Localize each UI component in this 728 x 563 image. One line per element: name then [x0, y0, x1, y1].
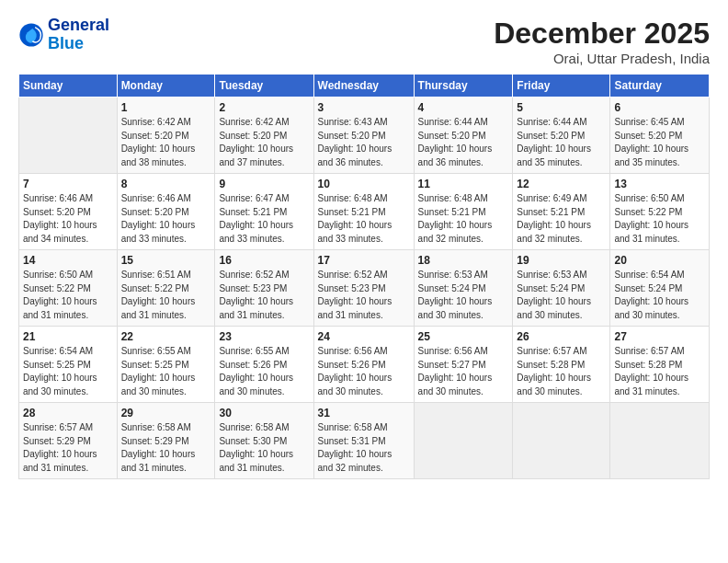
calendar-week-1: 1 Sunrise: 6:42 AM Sunset: 5:20 PM Dayli… [19, 98, 710, 174]
daylight-label: Daylight: 10 hours and 33 minutes. [318, 220, 392, 244]
calendar-week-4: 21 Sunrise: 6:54 AM Sunset: 5:25 PM Dayl… [19, 327, 710, 403]
sunrise-label: Sunrise: 6:44 AM [517, 117, 586, 127]
sunrise-label: Sunrise: 6:55 AM [121, 346, 191, 356]
calendar-cell: 5 Sunrise: 6:44 AM Sunset: 5:20 PM Dayli… [513, 98, 610, 174]
calendar-cell: 3 Sunrise: 6:43 AM Sunset: 5:20 PM Dayli… [313, 98, 414, 174]
daylight-label: Daylight: 10 hours and 34 minutes. [23, 220, 97, 244]
sunrise-label: Sunrise: 6:52 AM [219, 270, 289, 280]
sunset-label: Sunset: 5:20 PM [23, 207, 91, 217]
calendar-cell: 21 Sunrise: 6:54 AM Sunset: 5:25 PM Dayl… [19, 327, 118, 403]
day-info: Sunrise: 6:54 AM Sunset: 5:25 PM Dayligh… [23, 345, 113, 398]
daylight-label: Daylight: 10 hours and 35 minutes. [614, 144, 688, 167]
sunset-label: Sunset: 5:22 PM [23, 283, 91, 293]
day-info: Sunrise: 6:45 AM Sunset: 5:20 PM Dayligh… [614, 116, 705, 169]
day-number: 21 [23, 330, 113, 343]
sunset-label: Sunset: 5:22 PM [121, 283, 189, 293]
day-info: Sunrise: 6:44 AM Sunset: 5:20 PM Dayligh… [418, 116, 509, 169]
day-info: Sunrise: 6:47 AM Sunset: 5:21 PM Dayligh… [219, 192, 309, 246]
calendar-cell: 24 Sunrise: 6:56 AM Sunset: 5:26 PM Dayl… [313, 327, 414, 403]
calendar-cell: 29 Sunrise: 6:58 AM Sunset: 5:29 PM Dayl… [117, 403, 215, 479]
daylight-label: Daylight: 10 hours and 31 minutes. [318, 296, 392, 320]
daylight-label: Daylight: 10 hours and 31 minutes. [614, 220, 688, 244]
day-number: 6 [614, 101, 705, 114]
sunrise-label: Sunrise: 6:47 AM [219, 193, 289, 203]
daylight-label: Daylight: 10 hours and 38 minutes. [121, 144, 196, 167]
day-number: 10 [318, 178, 410, 190]
daylight-label: Daylight: 10 hours and 31 minutes. [23, 296, 97, 320]
sunrise-label: Sunrise: 6:53 AM [517, 270, 586, 280]
daylight-label: Daylight: 10 hours and 30 minutes. [418, 296, 493, 320]
page-container: General Blue December 2025 Orai, Uttar P… [0, 0, 728, 488]
day-number: 20 [614, 254, 705, 267]
calendar-cell [610, 403, 710, 479]
day-number: 4 [418, 101, 509, 114]
day-number: 26 [517, 330, 606, 343]
sunrise-label: Sunrise: 6:54 AM [23, 346, 93, 356]
sunrise-label: Sunrise: 6:58 AM [219, 422, 289, 432]
sunset-label: Sunset: 5:20 PM [121, 207, 189, 217]
day-number: 24 [318, 330, 410, 343]
daylight-label: Daylight: 10 hours and 30 minutes. [121, 373, 196, 396]
sunrise-label: Sunrise: 6:50 AM [614, 193, 684, 203]
day-info: Sunrise: 6:48 AM Sunset: 5:21 PM Dayligh… [418, 192, 509, 246]
day-info: Sunrise: 6:58 AM Sunset: 5:31 PM Dayligh… [318, 421, 410, 475]
calendar-cell: 20 Sunrise: 6:54 AM Sunset: 5:24 PM Dayl… [610, 250, 710, 327]
calendar-week-2: 7 Sunrise: 6:46 AM Sunset: 5:20 PM Dayli… [19, 174, 710, 250]
day-number: 3 [318, 101, 410, 114]
calendar-cell: 22 Sunrise: 6:55 AM Sunset: 5:25 PM Dayl… [117, 327, 215, 403]
sunset-label: Sunset: 5:24 PM [614, 283, 682, 293]
day-info: Sunrise: 6:50 AM Sunset: 5:22 PM Dayligh… [614, 192, 705, 246]
day-number: 16 [219, 254, 309, 267]
sunset-label: Sunset: 5:21 PM [318, 207, 386, 217]
day-number: 22 [121, 330, 211, 343]
sunset-label: Sunset: 5:20 PM [418, 131, 486, 141]
daylight-label: Daylight: 10 hours and 31 minutes. [121, 296, 196, 320]
sunset-label: Sunset: 5:24 PM [418, 283, 486, 293]
calendar-cell: 31 Sunrise: 6:58 AM Sunset: 5:31 PM Dayl… [313, 403, 414, 479]
sunset-label: Sunset: 5:26 PM [219, 360, 287, 370]
day-number: 31 [318, 407, 410, 419]
day-number: 1 [121, 101, 211, 114]
calendar-cell: 2 Sunrise: 6:42 AM Sunset: 5:20 PM Dayli… [215, 98, 313, 174]
day-number: 28 [23, 407, 113, 419]
daylight-label: Daylight: 10 hours and 32 minutes. [318, 449, 392, 473]
logo: General Blue [18, 17, 109, 53]
daylight-label: Daylight: 10 hours and 33 minutes. [121, 220, 196, 244]
sunrise-label: Sunrise: 6:42 AM [121, 117, 191, 127]
sunrise-label: Sunrise: 6:57 AM [614, 346, 684, 356]
daylight-label: Daylight: 10 hours and 30 minutes. [318, 373, 392, 396]
day-number: 18 [418, 254, 509, 267]
sunrise-label: Sunrise: 6:58 AM [318, 422, 388, 432]
sunset-label: Sunset: 5:24 PM [517, 283, 585, 293]
sunset-label: Sunset: 5:29 PM [23, 436, 91, 446]
day-info: Sunrise: 6:43 AM Sunset: 5:20 PM Dayligh… [318, 116, 410, 169]
sunrise-label: Sunrise: 6:53 AM [418, 270, 488, 280]
sunrise-label: Sunrise: 6:56 AM [418, 346, 488, 356]
day-number: 19 [517, 254, 606, 267]
daylight-label: Daylight: 10 hours and 32 minutes. [517, 220, 591, 244]
calendar-cell: 28 Sunrise: 6:57 AM Sunset: 5:29 PM Dayl… [19, 403, 118, 479]
calendar-cell: 23 Sunrise: 6:55 AM Sunset: 5:26 PM Dayl… [215, 327, 313, 403]
calendar-cell: 7 Sunrise: 6:46 AM Sunset: 5:20 PM Dayli… [19, 174, 118, 250]
daylight-label: Daylight: 10 hours and 30 minutes. [517, 296, 591, 320]
sunrise-label: Sunrise: 6:42 AM [219, 117, 289, 127]
day-info: Sunrise: 6:49 AM Sunset: 5:21 PM Dayligh… [517, 192, 606, 246]
day-info: Sunrise: 6:50 AM Sunset: 5:22 PM Dayligh… [23, 269, 113, 322]
sunrise-label: Sunrise: 6:57 AM [517, 346, 586, 356]
col-sunday: Sunday [19, 75, 118, 98]
calendar-cell: 17 Sunrise: 6:52 AM Sunset: 5:23 PM Dayl… [313, 250, 414, 327]
day-info: Sunrise: 6:53 AM Sunset: 5:24 PM Dayligh… [517, 269, 606, 322]
day-info: Sunrise: 6:53 AM Sunset: 5:24 PM Dayligh… [418, 269, 509, 322]
day-info: Sunrise: 6:52 AM Sunset: 5:23 PM Dayligh… [219, 269, 309, 322]
sunset-label: Sunset: 5:20 PM [121, 131, 189, 141]
daylight-label: Daylight: 10 hours and 33 minutes. [219, 220, 293, 244]
daylight-label: Daylight: 10 hours and 31 minutes. [23, 449, 97, 473]
daylight-label: Daylight: 10 hours and 30 minutes. [418, 373, 493, 396]
day-number: 23 [219, 330, 309, 343]
col-tuesday: Tuesday [215, 75, 313, 98]
calendar-cell: 8 Sunrise: 6:46 AM Sunset: 5:20 PM Dayli… [117, 174, 215, 250]
calendar-cell [19, 98, 118, 174]
day-info: Sunrise: 6:58 AM Sunset: 5:29 PM Dayligh… [121, 421, 211, 475]
daylight-label: Daylight: 10 hours and 35 minutes. [517, 144, 591, 167]
day-info: Sunrise: 6:57 AM Sunset: 5:28 PM Dayligh… [517, 345, 606, 398]
